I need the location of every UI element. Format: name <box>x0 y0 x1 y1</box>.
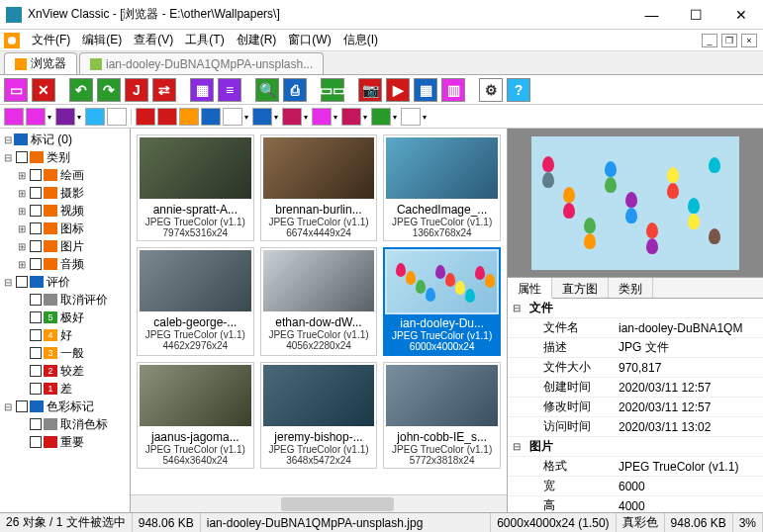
tool-thumbs[interactable]: ▦ <box>190 78 214 102</box>
checkbox[interactable] <box>30 329 42 341</box>
tool-rotate-left[interactable]: ↶ <box>69 78 93 102</box>
tool-rotate-right[interactable]: ↷ <box>97 78 121 102</box>
horizontal-scrollbar[interactable] <box>131 494 507 512</box>
tool-contact[interactable]: ▥ <box>441 78 465 102</box>
expand-icon[interactable]: ⊞ <box>16 206 28 217</box>
tree-node[interactable]: ⊞摄影 <box>2 184 128 202</box>
tool-fullscreen[interactable]: ▭ <box>4 78 28 102</box>
thumbnail[interactable]: CachedImage_...JPEG TrueColor (v1.1)1366… <box>383 134 501 241</box>
expand-icon[interactable]: ⊟ <box>508 441 525 452</box>
tree-node[interactable]: ⊟标记 (0) <box>2 131 128 148</box>
tree-node[interactable]: 重要 <box>2 433 128 451</box>
tool-settings[interactable]: ⚙ <box>479 78 503 102</box>
checkbox[interactable] <box>30 436 42 448</box>
checkbox[interactable] <box>30 258 42 270</box>
t2-f[interactable] <box>136 108 155 126</box>
expand-icon[interactable]: ⊞ <box>16 170 28 181</box>
thumbnail[interactable]: jeremy-bishop-...JPEG TrueColor (v1.1)36… <box>260 362 378 469</box>
thumbnail-grid[interactable]: annie-spratt-A...JPEG TrueColor (v1.1)79… <box>131 129 507 494</box>
tool-compare[interactable]: ▭▭ <box>321 78 344 102</box>
menu-tools[interactable]: 工具(T) <box>179 30 230 50</box>
tool-capture[interactable]: 📷 <box>358 78 382 102</box>
tool-fit[interactable]: ✕ <box>32 78 55 102</box>
tool-print[interactable]: ⎙ <box>283 78 307 102</box>
mdi-restore-button[interactable]: ❐ <box>721 34 737 47</box>
tree-node[interactable]: ⊞绘画 <box>2 166 128 184</box>
t2-p[interactable] <box>401 108 421 126</box>
t2-j[interactable] <box>223 108 242 126</box>
category-tree[interactable]: ⊟标记 (0)⊟类别⊞绘画⊞摄影⊞视频⊞图标⊞图片⊞音频⊟评价取消评价5极好4好… <box>0 129 130 512</box>
expand-icon[interactable]: ⊞ <box>16 188 28 199</box>
tool-jpeg[interactable]: J <box>125 78 148 102</box>
tree-node[interactable]: 1差 <box>2 380 128 398</box>
expand-icon[interactable]: ⊞ <box>16 223 28 234</box>
checkbox[interactable] <box>30 205 42 217</box>
tree-node[interactable]: 5极好 <box>2 309 128 326</box>
t2-m[interactable] <box>312 108 332 126</box>
tool-help[interactable]: ? <box>507 78 530 102</box>
t2-a[interactable] <box>4 108 24 126</box>
tool-slideshow[interactable]: ▶ <box>386 78 410 102</box>
property-grid[interactable]: ⊟文件文件名ian-dooley-DuBNA1QM描述JPG 文件文件大小970… <box>508 299 763 512</box>
t2-o[interactable] <box>371 108 391 126</box>
checkbox[interactable] <box>30 187 42 199</box>
tree-node[interactable]: 取消色标 <box>2 415 128 433</box>
tab-category[interactable]: 类别 <box>609 278 653 298</box>
tree-node[interactable]: 3一般 <box>2 344 128 362</box>
menu-file[interactable]: 文件(F) <box>26 30 76 50</box>
tab-file[interactable]: ian-dooley-DuBNA1QMpPA-unsplash... <box>79 52 324 74</box>
checkbox[interactable] <box>16 276 28 288</box>
expand-icon[interactable]: ⊟ <box>2 401 14 412</box>
menu-view[interactable]: 查看(V) <box>128 30 179 50</box>
t2-k[interactable] <box>252 108 272 126</box>
checkbox[interactable] <box>30 294 42 306</box>
t2-e[interactable] <box>107 108 127 126</box>
thumbnail[interactable]: john-cobb-IE_s...JPEG TrueColor (v1.1)57… <box>383 362 501 469</box>
tree-node[interactable]: ⊟评价 <box>2 273 128 291</box>
expand-icon[interactable]: ⊟ <box>2 134 14 145</box>
checkbox[interactable] <box>16 400 28 412</box>
mdi-close-button[interactable]: × <box>741 34 757 47</box>
menu-create[interactable]: 创建(R) <box>231 30 283 50</box>
tree-node[interactable]: ⊟色彩标记 <box>2 398 128 415</box>
menu-edit[interactable]: 编辑(E) <box>76 30 128 50</box>
t2-h[interactable] <box>179 108 199 126</box>
thumbnail[interactable]: brennan-burlin...JPEG TrueColor (v1.1)66… <box>260 134 378 241</box>
checkbox[interactable] <box>16 151 28 163</box>
thumbnail[interactable]: ethan-dow-dW...JPEG TrueColor (v1.1)4056… <box>260 247 378 356</box>
t2-g[interactable] <box>157 108 177 126</box>
t2-d[interactable] <box>85 108 105 126</box>
tool-list[interactable]: ≡ <box>218 78 241 102</box>
tree-node[interactable]: ⊞视频 <box>2 202 128 220</box>
thumbnail[interactable]: ian-dooley-Du...JPEG TrueColor (v1.1)600… <box>383 247 501 356</box>
checkbox[interactable] <box>30 169 42 181</box>
tree-node[interactable]: 取消评价 <box>2 291 128 309</box>
tree-node[interactable]: 4好 <box>2 326 128 344</box>
minimize-button[interactable]: — <box>629 0 674 30</box>
tab-histogram[interactable]: 直方图 <box>552 278 609 298</box>
tab-browser[interactable]: 浏览器 <box>4 52 77 74</box>
checkbox[interactable] <box>30 418 42 430</box>
menu-info[interactable]: 信息(I) <box>337 30 384 50</box>
mdi-minimize-button[interactable]: _ <box>702 34 717 47</box>
checkbox[interactable] <box>30 240 42 252</box>
checkbox[interactable] <box>30 222 42 234</box>
t2-b[interactable] <box>26 108 46 126</box>
expand-icon[interactable]: ⊞ <box>16 241 28 252</box>
expand-icon[interactable]: ⊟ <box>2 152 14 163</box>
tab-attributes[interactable]: 属性 <box>508 278 552 299</box>
thumbnail[interactable]: annie-spratt-A...JPEG TrueColor (v1.1)79… <box>137 134 254 241</box>
menu-window[interactable]: 窗口(W) <box>282 30 336 50</box>
tree-node[interactable]: ⊞音频 <box>2 255 128 273</box>
maximize-button[interactable]: ☐ <box>674 0 718 30</box>
checkbox[interactable] <box>30 311 42 323</box>
thumbnail[interactable]: jaanus-jagoma...JPEG TrueColor (v1.1)546… <box>137 362 254 469</box>
tree-node[interactable]: 2较差 <box>2 362 128 380</box>
tool-web[interactable]: ▦ <box>414 78 437 102</box>
tool-convert[interactable]: ⇄ <box>152 78 176 102</box>
checkbox[interactable] <box>30 347 42 359</box>
tree-node[interactable]: ⊟类别 <box>2 148 128 166</box>
t2-c[interactable] <box>55 108 75 126</box>
tree-node[interactable]: ⊞图片 <box>2 237 128 255</box>
t2-l[interactable] <box>282 108 302 126</box>
